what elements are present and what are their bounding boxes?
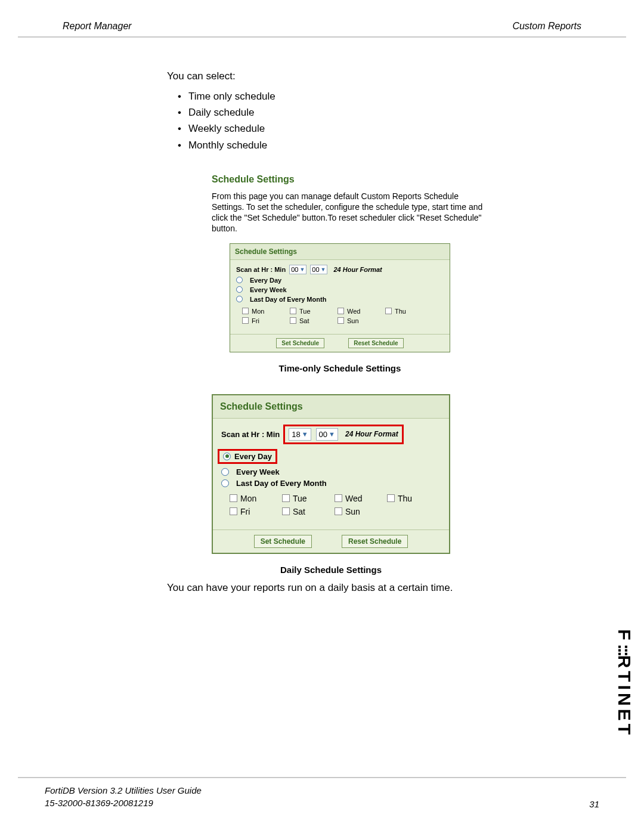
caption-daily: Daily Schedule Settings — [212, 565, 450, 575]
hour-select[interactable]: 18▼ — [289, 428, 311, 441]
logo-colons-icon: ::: — [615, 644, 634, 655]
day-label: Thu — [395, 308, 406, 315]
checkbox-mon[interactable] — [242, 308, 249, 314]
format-label: 24 Hour Format — [333, 266, 382, 273]
radio-last-day[interactable] — [221, 479, 229, 487]
day-label: Sun — [345, 507, 360, 516]
list-item: Weekly schedule — [178, 120, 596, 137]
checkbox-tue[interactable] — [282, 494, 290, 502]
reset-schedule-button[interactable]: Reset Schedule — [348, 338, 403, 348]
every-day-label: Every Day — [234, 452, 272, 461]
caption-time-only: Time-only Schedule Settings — [221, 363, 459, 373]
minute-select[interactable]: 00▼ — [316, 428, 338, 441]
minute-select[interactable]: 00▼ — [310, 265, 327, 274]
radio-every-week[interactable] — [236, 286, 243, 293]
format-label: 24 Hour Format — [345, 430, 398, 438]
checkbox-wed[interactable] — [338, 308, 344, 314]
intro-text: You can select: — [167, 70, 596, 82]
day-label: Wed — [347, 308, 360, 315]
day-label: Wed — [345, 494, 363, 503]
reset-schedule-button[interactable]: Reset Schedule — [342, 535, 408, 548]
day-label: Mon — [240, 494, 256, 503]
checkbox-mon[interactable] — [230, 494, 237, 502]
checkbox-fri[interactable] — [242, 317, 249, 324]
scan-at-label: Scan at Hr : Min — [236, 266, 286, 273]
checkbox-wed[interactable] — [335, 494, 342, 502]
day-label: Tue — [293, 494, 307, 503]
chevron-down-icon: ▼ — [321, 267, 326, 272]
scan-at-label: Scan at Hr : Min — [221, 430, 280, 439]
chevron-down-icon: ▼ — [299, 267, 305, 272]
radio-last-day[interactable] — [236, 296, 243, 302]
checkbox-tue[interactable] — [290, 308, 296, 314]
footer-title: FortiDB Version 3.2 Utilities User Guide — [45, 784, 202, 797]
chevron-down-icon: ▼ — [329, 431, 335, 438]
highlight-every-day-box: Every Day — [218, 449, 277, 464]
list-item: Daily schedule — [178, 104, 596, 120]
checkbox-sat[interactable] — [290, 317, 296, 324]
day-label: Sat — [293, 507, 305, 516]
page-number: 31 — [589, 799, 599, 809]
chevron-down-icon: ▼ — [302, 431, 308, 438]
last-day-label: Last Day of Every Month — [250, 296, 326, 303]
every-week-label: Every Week — [250, 286, 287, 293]
checkbox-sun[interactable] — [338, 317, 344, 324]
radio-every-day[interactable] — [236, 277, 243, 283]
set-schedule-button[interactable]: Set Schedule — [254, 535, 312, 548]
footer-docid: 15-32000-81369-20081219 — [45, 797, 202, 809]
fortinet-logo: F:::RTINET — [614, 629, 634, 738]
header-right: Custom Reports — [512, 21, 581, 32]
day-label: Sat — [299, 317, 309, 324]
schedule-panel-small: Schedule Settings Scan at Hr : Min 00▼ 0… — [230, 243, 450, 352]
checkbox-sun[interactable] — [335, 507, 342, 515]
day-label: Fri — [252, 317, 259, 324]
last-day-label: Last Day of Every Month — [236, 479, 327, 488]
schedule-panel-large: Schedule Settings Scan at Hr : Min 18▼ 0… — [212, 394, 450, 554]
section-title: Schedule Settings — [212, 174, 596, 185]
day-label: Mon — [252, 308, 264, 315]
day-label: Sun — [347, 317, 359, 324]
hour-select[interactable]: 00▼ — [289, 265, 306, 274]
list-item: Time only schedule — [178, 88, 596, 104]
checkbox-sat[interactable] — [282, 507, 290, 515]
list-item: Monthly schedule — [178, 137, 596, 153]
highlight-scan-box: 18▼ 00▼ 24 Hour Format — [283, 425, 403, 444]
radio-every-day[interactable] — [223, 453, 231, 460]
radio-every-week[interactable] — [221, 468, 229, 476]
panel-header: Schedule Settings — [213, 395, 449, 419]
checkbox-thu[interactable] — [385, 308, 392, 314]
day-label: Thu — [398, 494, 412, 503]
body-text: You can have your reports run on a daily… — [167, 582, 596, 594]
section-description: From this page you can manage default Cu… — [212, 191, 486, 234]
every-week-label: Every Week — [236, 467, 280, 476]
checkbox-fri[interactable] — [230, 507, 237, 515]
days-row: Mon Tue Wed Thu Fri Sat Sun — [236, 305, 444, 330]
days-row: Mon Tue Wed Thu Fri Sat Sun — [221, 490, 441, 525]
day-label: Fri — [240, 507, 250, 516]
set-schedule-button[interactable]: Set Schedule — [276, 338, 324, 348]
schedule-type-list: Time only schedule Daily schedule Weekly… — [167, 88, 596, 153]
checkbox-thu[interactable] — [387, 494, 395, 502]
panel-header: Schedule Settings — [230, 244, 450, 260]
day-label: Tue — [299, 308, 311, 315]
every-day-label: Every Day — [250, 277, 281, 284]
header-left: Report Manager — [63, 21, 132, 32]
